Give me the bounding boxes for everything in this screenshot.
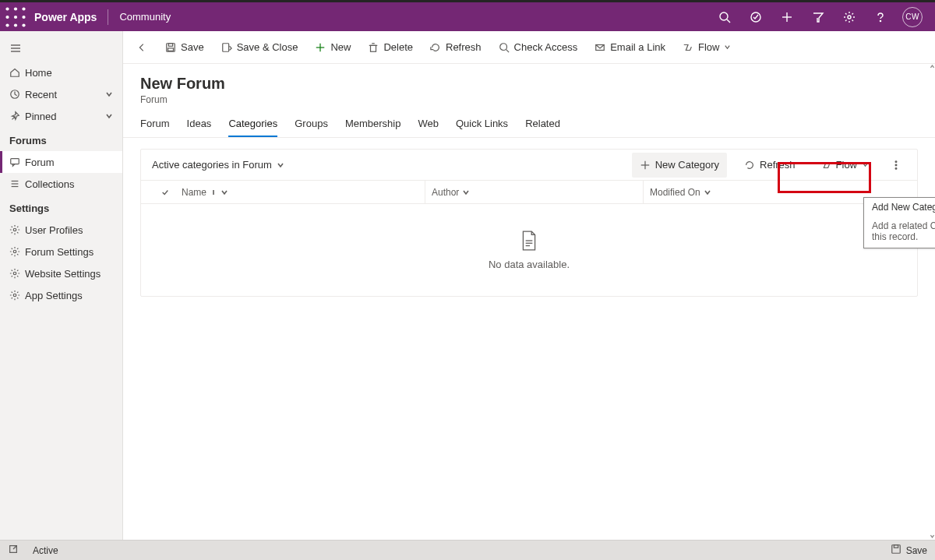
chevron-down-icon — [704, 188, 711, 196]
save-close-button[interactable]: Save & Close — [215, 35, 305, 60]
tab-categories[interactable]: Categories — [228, 113, 277, 137]
button-label: Flow — [836, 159, 857, 171]
cmd-label: New — [330, 41, 351, 53]
cmd-label: Email a Link — [610, 41, 665, 53]
nav-home[interactable]: Home — [0, 62, 122, 83]
save-icon — [891, 544, 901, 557]
categories-subgrid: Active categories in Forum New Category … — [140, 149, 918, 297]
nav-forum-settings[interactable]: Forum Settings — [0, 241, 122, 262]
back-button[interactable] — [129, 35, 154, 60]
tab-membership[interactable]: Membership — [345, 113, 401, 137]
tab-web[interactable]: Web — [418, 113, 439, 137]
select-all-checkbox[interactable] — [141, 188, 175, 196]
recent-icon — [9, 89, 25, 100]
nav-user-profiles[interactable]: User Profiles — [0, 219, 122, 241]
filter-icon[interactable] — [809, 8, 827, 26]
check-access-button[interactable]: Check Access — [492, 35, 584, 60]
chevron-down-icon — [105, 111, 113, 122]
subgrid-more-button[interactable] — [886, 153, 906, 178]
vertical-scrollbar[interactable] — [929, 62, 935, 540]
subgrid-flow-button[interactable]: Flow — [813, 153, 877, 178]
svg-rect-31 — [222, 43, 228, 51]
nav-label: Pinned — [25, 111, 105, 122]
svg-point-14 — [848, 16, 851, 19]
site-map: Home Recent Pinned Forums Forum Collecti… — [0, 31, 123, 540]
nav-label: Home — [25, 67, 113, 79]
help-icon[interactable] — [871, 8, 890, 26]
tab-ideas[interactable]: Ideas — [187, 113, 212, 137]
pin-icon — [9, 111, 25, 122]
subgrid-refresh-button[interactable]: Refresh — [736, 153, 803, 178]
column-name[interactable]: Name — [175, 187, 425, 198]
status-save-button[interactable]: Save — [906, 545, 927, 556]
search-icon[interactable] — [715, 8, 734, 26]
svg-point-15 — [880, 20, 880, 21]
svg-point-6 — [5, 23, 9, 26]
gear-icon — [9, 268, 25, 279]
tooltip-title: Add New Category — [864, 198, 935, 217]
nav-label: Recent — [25, 89, 105, 100]
svg-point-42 — [895, 160, 897, 162]
document-icon — [520, 231, 538, 251]
settings-icon[interactable] — [840, 8, 859, 26]
suite-header: Power Apps Community CW — [0, 2, 935, 31]
new-category-button[interactable]: New Category — [632, 153, 727, 178]
tab-groups[interactable]: Groups — [295, 113, 328, 137]
hamburger-button[interactable] — [0, 37, 122, 62]
email-link-button[interactable]: Email a Link — [588, 35, 672, 60]
nav-app-settings[interactable]: App Settings — [0, 284, 122, 306]
new-button[interactable]: New — [309, 35, 357, 60]
main-content: Save Save & Close New Delete Refresh Che… — [123, 31, 935, 540]
column-label: Author — [432, 187, 459, 198]
waffle-icon[interactable] — [5, 6, 26, 28]
view-selector[interactable]: Active categories in Forum — [152, 159, 284, 171]
section-header-forums: Forums — [0, 127, 122, 151]
gear-icon — [9, 224, 25, 235]
svg-point-3 — [5, 15, 9, 18]
sort-asc-icon — [210, 188, 217, 196]
tooltip-description: Add a related Category to this record. — [864, 217, 935, 248]
task-icon[interactable] — [746, 8, 765, 26]
popout-icon[interactable] — [8, 544, 19, 557]
svg-point-37 — [499, 43, 506, 50]
nav-label: Website Settings — [25, 268, 113, 280]
svg-point-7 — [14, 23, 17, 26]
refresh-button[interactable]: Refresh — [424, 35, 488, 60]
avatar[interactable]: CW — [902, 7, 923, 27]
svg-rect-20 — [11, 159, 19, 164]
tab-quick-links[interactable]: Quick Links — [456, 113, 508, 137]
svg-point-2 — [22, 7, 25, 10]
tab-forum[interactable]: Forum — [140, 113, 170, 137]
nav-label: Forum — [25, 157, 113, 168]
delete-button[interactable]: Delete — [362, 35, 419, 60]
nav-label: Collections — [25, 178, 113, 190]
plus-icon — [640, 160, 651, 171]
svg-rect-50 — [891, 545, 900, 554]
flow-button[interactable]: Flow — [676, 35, 737, 60]
column-author[interactable]: Author — [425, 181, 643, 203]
column-modified-on[interactable]: Modified On — [643, 181, 799, 203]
add-icon[interactable] — [778, 8, 796, 26]
svg-point-0 — [5, 7, 9, 10]
nav-collections[interactable]: Collections — [0, 173, 122, 195]
svg-point-26 — [13, 272, 16, 275]
nav-pinned[interactable]: Pinned — [0, 105, 122, 127]
svg-rect-30 — [168, 48, 174, 51]
svg-point-25 — [13, 250, 16, 253]
form-tabs: Forum Ideas Categories Groups Membership… — [123, 111, 935, 138]
environment-label[interactable]: Community — [119, 11, 171, 23]
button-label: New Category — [655, 159, 719, 171]
svg-rect-29 — [168, 43, 172, 46]
nav-recent[interactable]: Recent — [0, 83, 122, 105]
chevron-down-icon — [862, 161, 869, 168]
cmd-label: Check Access — [514, 41, 578, 53]
brand-label[interactable]: Power Apps — [34, 11, 97, 23]
svg-line-49 — [13, 546, 16, 549]
grid-header: Name Author Modified On — [141, 181, 917, 204]
save-button[interactable]: Save — [159, 35, 210, 60]
nav-forum[interactable]: Forum — [0, 151, 122, 173]
refresh-icon — [744, 160, 755, 171]
chevron-down-icon — [105, 89, 113, 100]
nav-website-settings[interactable]: Website Settings — [0, 262, 122, 284]
tab-related[interactable]: Related — [525, 113, 560, 137]
